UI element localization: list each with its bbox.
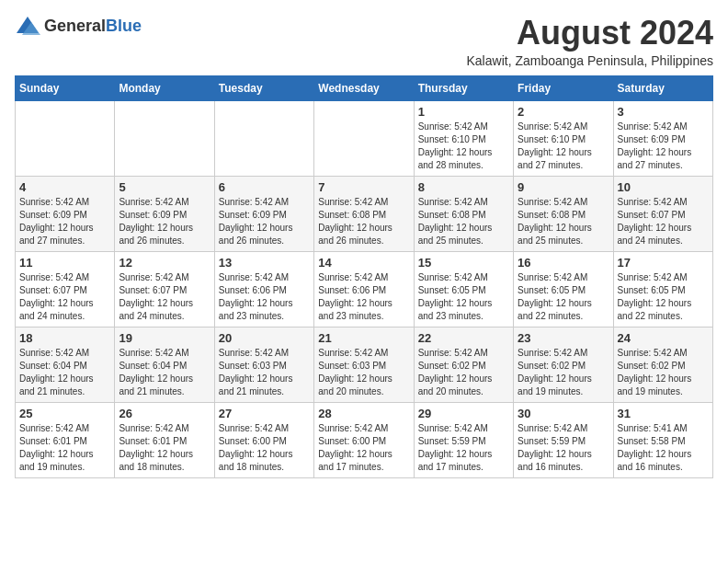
calendar-cell: 27Sunrise: 5:42 AM Sunset: 6:00 PM Dayli… — [214, 402, 313, 477]
day-number: 11 — [19, 256, 110, 270]
calendar-header-row: SundayMondayTuesdayWednesdayThursdayFrid… — [16, 75, 713, 100]
calendar-cell: 28Sunrise: 5:42 AM Sunset: 6:00 PM Dayli… — [314, 402, 414, 477]
day-number: 22 — [418, 331, 509, 345]
day-info: Sunrise: 5:42 AM Sunset: 6:09 PM Dayligh… — [618, 121, 709, 172]
day-number: 20 — [219, 331, 310, 345]
day-number: 27 — [219, 407, 310, 420]
main-title: August 2024 — [467, 15, 714, 52]
calendar-header-friday: Friday — [514, 75, 613, 100]
calendar-cell: 31Sunrise: 5:41 AM Sunset: 5:58 PM Dayli… — [613, 402, 712, 477]
calendar-cell: 22Sunrise: 5:42 AM Sunset: 6:02 PM Dayli… — [414, 327, 513, 402]
calendar-header-wednesday: Wednesday — [314, 75, 414, 100]
calendar-table: SundayMondayTuesdayWednesdayThursdayFrid… — [15, 75, 713, 478]
logo-icon — [15, 15, 40, 37]
calendar-cell: 10Sunrise: 5:42 AM Sunset: 6:07 PM Dayli… — [613, 176, 712, 251]
day-info: Sunrise: 5:42 AM Sunset: 6:07 PM Dayligh… — [618, 196, 709, 247]
day-number: 13 — [219, 256, 310, 270]
day-number: 9 — [518, 180, 609, 194]
day-number: 28 — [318, 407, 409, 420]
calendar-cell: 29Sunrise: 5:42 AM Sunset: 5:59 PM Dayli… — [414, 402, 513, 477]
day-info: Sunrise: 5:42 AM Sunset: 6:09 PM Dayligh… — [219, 196, 310, 247]
calendar-week-1: 1Sunrise: 5:42 AM Sunset: 6:10 PM Daylig… — [16, 100, 713, 176]
day-info: Sunrise: 5:42 AM Sunset: 6:02 PM Dayligh… — [518, 347, 609, 398]
day-info: Sunrise: 5:42 AM Sunset: 6:10 PM Dayligh… — [518, 121, 609, 172]
day-info: Sunrise: 5:42 AM Sunset: 6:06 PM Dayligh… — [219, 271, 310, 323]
calendar-cell — [16, 100, 115, 176]
calendar-cell: 13Sunrise: 5:42 AM Sunset: 6:06 PM Dayli… — [214, 251, 313, 327]
calendar-cell: 14Sunrise: 5:42 AM Sunset: 6:06 PM Dayli… — [314, 251, 414, 327]
calendar-cell: 3Sunrise: 5:42 AM Sunset: 6:09 PM Daylig… — [613, 100, 712, 176]
calendar-cell: 11Sunrise: 5:42 AM Sunset: 6:07 PM Dayli… — [16, 251, 115, 327]
day-number: 19 — [119, 331, 210, 345]
logo: General Blue — [15, 15, 142, 37]
calendar-header-sunday: Sunday — [16, 75, 115, 100]
day-info: Sunrise: 5:42 AM Sunset: 6:10 PM Dayligh… — [418, 121, 509, 172]
calendar-cell: 4Sunrise: 5:42 AM Sunset: 6:09 PM Daylig… — [16, 176, 115, 251]
day-info: Sunrise: 5:42 AM Sunset: 6:07 PM Dayligh… — [19, 271, 110, 323]
calendar-cell: 17Sunrise: 5:42 AM Sunset: 6:05 PM Dayli… — [613, 251, 712, 327]
day-info: Sunrise: 5:42 AM Sunset: 6:05 PM Dayligh… — [518, 271, 609, 323]
calendar-cell: 21Sunrise: 5:42 AM Sunset: 6:03 PM Dayli… — [314, 327, 414, 402]
day-number: 30 — [518, 407, 609, 420]
calendar-header-monday: Monday — [115, 75, 214, 100]
logo-general: General — [44, 17, 106, 36]
calendar-week-3: 11Sunrise: 5:42 AM Sunset: 6:07 PM Dayli… — [16, 251, 713, 327]
day-number: 8 — [418, 180, 509, 194]
calendar-cell: 2Sunrise: 5:42 AM Sunset: 6:10 PM Daylig… — [514, 100, 613, 176]
day-info: Sunrise: 5:42 AM Sunset: 6:04 PM Dayligh… — [119, 347, 210, 398]
day-number: 12 — [119, 256, 210, 270]
day-info: Sunrise: 5:42 AM Sunset: 6:05 PM Dayligh… — [618, 271, 709, 323]
calendar-cell: 26Sunrise: 5:42 AM Sunset: 6:01 PM Dayli… — [115, 402, 214, 477]
day-info: Sunrise: 5:42 AM Sunset: 6:01 PM Dayligh… — [19, 422, 110, 474]
day-number: 23 — [518, 331, 609, 345]
calendar-cell — [314, 100, 414, 176]
calendar-cell: 7Sunrise: 5:42 AM Sunset: 6:08 PM Daylig… — [314, 176, 414, 251]
day-number: 16 — [518, 256, 609, 270]
logo-blue: Blue — [106, 17, 142, 36]
calendar-header-thursday: Thursday — [414, 75, 513, 100]
day-info: Sunrise: 5:42 AM Sunset: 6:02 PM Dayligh… — [418, 347, 509, 398]
calendar-week-4: 18Sunrise: 5:42 AM Sunset: 6:04 PM Dayli… — [16, 327, 713, 402]
day-info: Sunrise: 5:42 AM Sunset: 6:08 PM Dayligh… — [318, 196, 409, 247]
calendar-body: 1Sunrise: 5:42 AM Sunset: 6:10 PM Daylig… — [16, 100, 713, 477]
calendar-cell: 16Sunrise: 5:42 AM Sunset: 6:05 PM Dayli… — [514, 251, 613, 327]
day-number: 6 — [219, 180, 310, 194]
day-number: 2 — [518, 105, 609, 119]
calendar-cell: 8Sunrise: 5:42 AM Sunset: 6:08 PM Daylig… — [414, 176, 513, 251]
calendar-cell: 24Sunrise: 5:42 AM Sunset: 6:02 PM Dayli… — [613, 327, 712, 402]
day-info: Sunrise: 5:42 AM Sunset: 6:03 PM Dayligh… — [318, 347, 409, 398]
day-number: 17 — [618, 256, 709, 270]
day-info: Sunrise: 5:42 AM Sunset: 6:07 PM Dayligh… — [119, 271, 210, 323]
day-number: 1 — [418, 105, 509, 119]
day-info: Sunrise: 5:41 AM Sunset: 5:58 PM Dayligh… — [618, 422, 709, 474]
calendar-cell — [115, 100, 214, 176]
day-number: 7 — [318, 180, 409, 194]
subtitle: Kalawit, Zamboanga Peninsula, Philippine… — [467, 53, 714, 68]
day-info: Sunrise: 5:42 AM Sunset: 6:00 PM Dayligh… — [318, 422, 409, 474]
day-number: 26 — [119, 407, 210, 420]
day-info: Sunrise: 5:42 AM Sunset: 6:05 PM Dayligh… — [418, 271, 509, 323]
day-info: Sunrise: 5:42 AM Sunset: 6:09 PM Dayligh… — [119, 196, 210, 247]
day-number: 5 — [119, 180, 210, 194]
calendar-cell: 15Sunrise: 5:42 AM Sunset: 6:05 PM Dayli… — [414, 251, 513, 327]
day-number: 25 — [19, 407, 110, 420]
day-number: 24 — [618, 331, 709, 345]
day-info: Sunrise: 5:42 AM Sunset: 6:01 PM Dayligh… — [119, 422, 210, 474]
calendar-cell: 30Sunrise: 5:42 AM Sunset: 5:59 PM Dayli… — [514, 402, 613, 477]
calendar-cell: 20Sunrise: 5:42 AM Sunset: 6:03 PM Dayli… — [214, 327, 313, 402]
calendar-cell: 5Sunrise: 5:42 AM Sunset: 6:09 PM Daylig… — [115, 176, 214, 251]
header: General Blue August 2024 Kalawit, Zamboa… — [15, 15, 713, 68]
day-number: 4 — [19, 180, 110, 194]
calendar-week-5: 25Sunrise: 5:42 AM Sunset: 6:01 PM Dayli… — [16, 402, 713, 477]
calendar-cell: 23Sunrise: 5:42 AM Sunset: 6:02 PM Dayli… — [514, 327, 613, 402]
day-info: Sunrise: 5:42 AM Sunset: 6:08 PM Dayligh… — [418, 196, 509, 247]
calendar-header-saturday: Saturday — [613, 75, 712, 100]
day-info: Sunrise: 5:42 AM Sunset: 6:04 PM Dayligh… — [19, 347, 110, 398]
calendar-cell: 25Sunrise: 5:42 AM Sunset: 6:01 PM Dayli… — [16, 402, 115, 477]
day-info: Sunrise: 5:42 AM Sunset: 6:08 PM Dayligh… — [518, 196, 609, 247]
day-info: Sunrise: 5:42 AM Sunset: 5:59 PM Dayligh… — [518, 422, 609, 474]
day-number: 3 — [618, 105, 709, 119]
day-number: 29 — [418, 407, 509, 420]
calendar-cell: 18Sunrise: 5:42 AM Sunset: 6:04 PM Dayli… — [16, 327, 115, 402]
calendar-cell: 9Sunrise: 5:42 AM Sunset: 6:08 PM Daylig… — [514, 176, 613, 251]
